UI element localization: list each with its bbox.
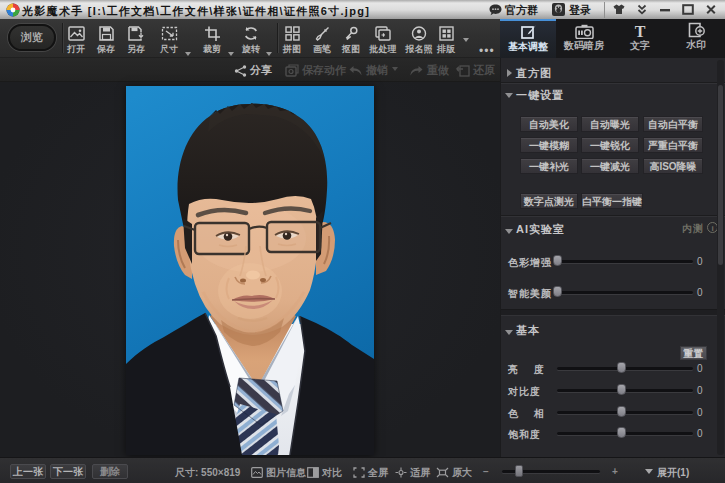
svg-text:T: T	[635, 23, 646, 39]
